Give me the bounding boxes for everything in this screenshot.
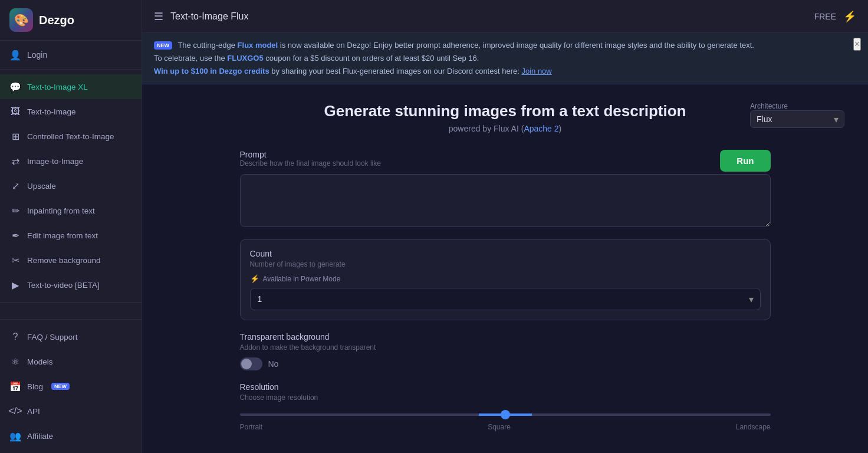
count-label: Count bbox=[250, 249, 761, 258]
content-area: Architecture Flux SDXL SD 1.5 Generate s… bbox=[142, 84, 868, 453]
banner-flux-link[interactable]: Flux model bbox=[238, 41, 278, 50]
main-title: Generate stunning images from a text des… bbox=[166, 102, 844, 120]
resolution-slider-wrapper bbox=[240, 408, 771, 418]
sidebar: 🎨 Dezgo 👤 Login 💬 Text-to-Image XL 🖼 Tex… bbox=[0, 0, 142, 453]
sidebar-item-label: FAQ / Support bbox=[27, 333, 78, 342]
resolution-slider[interactable] bbox=[240, 413, 771, 416]
subtitle-pre: powered by Flux AI ( bbox=[449, 124, 524, 133]
banner-win-text: Win up to $100 in Dezgo credits bbox=[154, 67, 269, 76]
grid-icon: ⊞ bbox=[9, 130, 21, 142]
login-label: Login bbox=[27, 50, 47, 60]
power-icon[interactable]: ⚡ bbox=[843, 10, 856, 23]
sidebar-item-controlled-text-to-image[interactable]: ⊞ Controlled Text-to-Image bbox=[0, 124, 142, 149]
resolution-labels: Portrait Square Landscape bbox=[240, 423, 771, 431]
topbar-right: FREE ⚡ bbox=[814, 10, 856, 23]
resolution-label: Resolution bbox=[240, 382, 771, 392]
menu-icon[interactable]: ☰ bbox=[154, 10, 163, 23]
calendar-icon: 📅 bbox=[9, 380, 21, 392]
form-section: Prompt Describe how the final image shou… bbox=[240, 150, 771, 431]
sidebar-item-label: Affiliate bbox=[27, 432, 53, 441]
expand-icon: ⤢ bbox=[9, 180, 21, 192]
sidebar-item-blog[interactable]: 📅 Blog NEW bbox=[0, 374, 142, 399]
content-inner: Architecture Flux SDXL SD 1.5 Generate s… bbox=[166, 102, 844, 431]
sidebar-item-label: Edit image from text bbox=[27, 231, 98, 240]
transparent-bg-toggle[interactable] bbox=[240, 357, 262, 370]
prompt-textarea[interactable] bbox=[240, 174, 771, 227]
sidebar-item-faq[interactable]: ? FAQ / Support bbox=[0, 324, 142, 349]
sidebar-item-label: Models bbox=[27, 357, 53, 366]
logo-icon: 🎨 bbox=[9, 8, 33, 32]
login-button[interactable]: 👤 Login bbox=[0, 41, 142, 70]
banner-line2-post: coupon for a $5 discount on orders of at… bbox=[264, 54, 479, 63]
banner-line1-pre: The cutting-edge bbox=[177, 41, 237, 50]
sidebar-item-remove-background[interactable]: ✂ Remove background bbox=[0, 248, 142, 273]
prompt-header: Prompt Describe how the final image shou… bbox=[240, 150, 771, 172]
subtitle-post: ) bbox=[559, 124, 562, 133]
banner-line2-pre: To celebrate, use the bbox=[154, 54, 227, 63]
main-area: ☰ Text-to-Image Flux FREE ⚡ NEW The cutt… bbox=[142, 0, 868, 453]
transparent-bg-hint: Addon to make the background transparent bbox=[240, 343, 771, 352]
sidebar-item-image-to-image[interactable]: ⇄ Image-to-Image bbox=[0, 149, 142, 173]
sidebar-item-upscale[interactable]: ⤢ Upscale bbox=[0, 173, 142, 198]
pencil-icon: ✒ bbox=[9, 229, 21, 241]
square-label: Square bbox=[488, 423, 511, 431]
portrait-label: Portrait bbox=[240, 423, 263, 431]
edit-icon: ✏ bbox=[9, 205, 21, 216]
count-select-wrapper: 1 2 3 4 bbox=[250, 288, 761, 310]
resolution-hint: Choose image resolution bbox=[240, 393, 771, 402]
landscape-label: Landscape bbox=[736, 423, 771, 431]
image-icon: 🖼 bbox=[9, 106, 21, 117]
toggle-label: No bbox=[268, 359, 279, 369]
resolution-section: Resolution Choose image resolution Portr… bbox=[240, 382, 771, 431]
swap-icon: ⇄ bbox=[9, 155, 21, 167]
subtitle: powered by Flux AI (Apache 2) bbox=[166, 124, 844, 133]
code-icon: </> bbox=[9, 405, 21, 417]
toggle-knob bbox=[241, 359, 252, 369]
sidebar-item-label: Inpainting from text bbox=[27, 206, 95, 215]
sidebar-item-label: Text-to-video [BETA] bbox=[27, 281, 100, 290]
power-mode-notice: ⚡ Available in Power Mode bbox=[250, 274, 761, 283]
banner-line1-post: is now available on Dezgo! Enjoy better … bbox=[278, 41, 754, 50]
apache-link[interactable]: Apache 2 bbox=[524, 124, 558, 133]
chat-icon: 💬 bbox=[9, 81, 21, 93]
topbar: ☰ Text-to-Image Flux FREE ⚡ bbox=[142, 0, 868, 33]
sidebar-item-text-to-image[interactable]: 🖼 Text-to-Image bbox=[0, 99, 142, 124]
sidebar-item-inpainting-from-text[interactable]: ✏ Inpainting from text bbox=[0, 198, 142, 223]
title-area: Generate stunning images from a text des… bbox=[166, 102, 844, 133]
count-section: Count Number of images to generate ⚡ Ava… bbox=[240, 239, 771, 320]
run-button[interactable]: Run bbox=[720, 150, 770, 172]
sidebar-item-models[interactable]: ⚛ Models bbox=[0, 349, 142, 374]
announcement-banner: NEW The cutting-edge Flux model is now a… bbox=[142, 33, 868, 84]
new-badge: NEW bbox=[51, 383, 70, 390]
free-label: FREE bbox=[814, 12, 836, 21]
video-icon: ▶ bbox=[9, 279, 21, 291]
sidebar-item-api[interactable]: </> API bbox=[0, 399, 142, 424]
cut-icon: ✂ bbox=[9, 254, 21, 266]
sidebar-item-label: Text-to-Image XL bbox=[27, 83, 88, 91]
sidebar-item-text-to-video[interactable]: ▶ Text-to-video [BETA] bbox=[0, 273, 142, 297]
banner-join-link[interactable]: Join now bbox=[521, 67, 551, 76]
count-select[interactable]: 1 2 3 4 bbox=[250, 288, 761, 310]
sidebar-item-label: Remove background bbox=[27, 256, 101, 265]
sidebar-item-affiliate[interactable]: 👥 Affiliate bbox=[0, 424, 142, 448]
sidebar-item-edit-image-from-text[interactable]: ✒ Edit image from text bbox=[0, 223, 142, 248]
logo-text: Dezgo bbox=[39, 14, 74, 27]
banner-new-badge: NEW bbox=[154, 41, 172, 50]
atom-icon: ⚛ bbox=[9, 356, 21, 367]
page-title: Text-to-Image Flux bbox=[170, 11, 248, 22]
person-icon: 👤 bbox=[9, 49, 21, 61]
power-mode-icon: ⚡ bbox=[250, 274, 259, 283]
power-mode-text: Available in Power Mode bbox=[263, 275, 341, 283]
sidebar-item-label: Image-to-Image bbox=[27, 157, 83, 166]
people-icon: 👥 bbox=[9, 430, 21, 442]
sidebar-item-text-to-image-xl[interactable]: 💬 Text-to-Image XL bbox=[0, 74, 142, 99]
transparent-bg-section: Transparent background Addon to make the… bbox=[240, 332, 771, 370]
banner-coupon: FLUXGO5 bbox=[227, 54, 263, 63]
banner-close-button[interactable]: × bbox=[853, 38, 861, 51]
logo-area: 🎨 Dezgo bbox=[0, 0, 142, 41]
nav-main-section: 💬 Text-to-Image XL 🖼 Text-to-Image ⊞ Con… bbox=[0, 70, 142, 303]
nav-bottom-section: ? FAQ / Support ⚛ Models 📅 Blog NEW </> … bbox=[0, 319, 142, 453]
prompt-hint: Describe how the final image should look… bbox=[240, 159, 381, 168]
sidebar-item-label: API bbox=[27, 407, 40, 416]
count-hint: Number of images to generate bbox=[250, 260, 761, 268]
